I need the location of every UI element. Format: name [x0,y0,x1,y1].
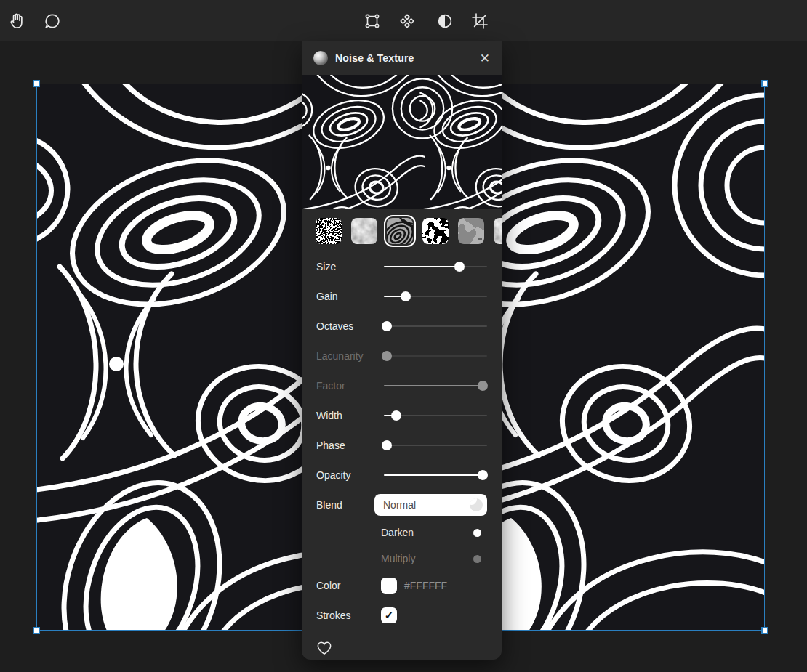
thumbnail-cut-off[interactable] [494,218,502,244]
selection-handle-bottom-right[interactable] [761,627,768,634]
slider-track-phase[interactable] [384,445,487,446]
slider-knob-width[interactable] [391,410,401,421]
blend-row: Blend Normal [316,490,487,519]
strokes-label: Strokes [316,610,381,621]
selection-handle-bottom-left[interactable] [33,627,40,634]
slider-label-gain: Gain [316,291,384,302]
slider-opacity: Opacity [316,460,487,490]
panel-header: Noise & Texture ✕ [302,41,502,75]
slider-label-width: Width [316,410,384,421]
strokes-row: Strokes ✓ [316,599,487,631]
blend-value: Normal [383,499,416,511]
slider-phase: Phase [316,430,487,460]
thumbnail-white-noise[interactable] [316,218,342,244]
slider-lacunarity: Lacunarity [316,341,487,371]
slider-track-factor[interactable] [384,385,487,386]
app-window: Noise & Texture ✕ [0,0,807,672]
slider-label-phase: Phase [316,440,384,451]
slider-knob-opacity[interactable] [478,470,488,480]
contrast-icon[interactable] [434,10,456,32]
blend-option-darken[interactable]: Darken [381,519,487,546]
panel-title: Noise & Texture [335,52,414,64]
color-label: Color [316,580,381,591]
blend-option-dot-darken [473,529,481,537]
blend-option-dot-multiply [473,555,481,563]
blend-select[interactable]: Normal [374,494,487,516]
crop-icon[interactable] [469,10,491,32]
transform-icon[interactable] [361,10,383,32]
slider-knob-gain[interactable] [401,291,411,301]
slider-track-size[interactable] [384,266,487,267]
color-swatch[interactable] [381,578,397,594]
strokes-checkbox[interactable]: ✓ [381,607,397,623]
slider-label-factor: Factor [316,380,384,392]
hand-icon[interactable] [7,10,28,32]
noise-texture-logo-icon [313,51,328,65]
slider-gain: Gain [316,281,487,311]
slider-octaves: Octaves [316,311,487,341]
slider-label-opacity: Opacity [316,469,384,481]
toolbar [0,0,807,41]
thumbnail-cells[interactable] [458,218,484,244]
blend-label: Blend [316,499,374,511]
slider-size: Size [316,251,487,281]
blend-option-multiply[interactable]: Multiply [381,546,487,572]
thumbnail-turing-blobs[interactable] [422,218,449,244]
slider-knob-factor[interactable] [478,381,488,391]
slider-track-opacity[interactable] [384,474,487,476]
slider-knob-lacunarity[interactable] [382,351,392,361]
texture-preview [302,75,502,209]
diamond-pattern-icon[interactable] [396,10,418,32]
close-icon[interactable]: ✕ [480,52,490,65]
blend-options: Darken Multiply [316,519,487,572]
slider-label-lacunarity: Lacunarity [316,350,384,362]
color-hex-value[interactable]: #FFFFFF [404,580,447,591]
slider-knob-octaves[interactable] [382,321,392,331]
noise-texture-panel: Noise & Texture ✕ [302,41,502,660]
slider-track-lacunarity[interactable] [384,355,487,357]
thumbnail-soft-noise[interactable] [351,218,377,244]
slider-knob-size[interactable] [454,262,465,272]
slider-track-octaves[interactable] [384,325,487,327]
thumbnail-contour-lines[interactable] [387,218,413,244]
slider-factor: Factor [316,371,487,400]
selection-handle-top-left[interactable] [33,80,40,87]
color-row: Color #FFFFFF [316,572,487,599]
slider-width: Width [316,400,487,430]
controls: Size Gain Octaves Lacunarity Factor [302,247,502,660]
comment-icon[interactable] [41,10,63,32]
favorite-button[interactable] [316,639,487,660]
heart-icon [316,641,332,658]
slider-knob-phase[interactable] [382,440,392,450]
slider-label-octaves: Octaves [316,320,384,332]
texture-type-row [302,209,502,247]
slider-label-size: Size [316,261,384,272]
blend-normal-icon [470,498,483,511]
slider-track-gain[interactable] [384,296,487,297]
selection-handle-top-right[interactable] [761,80,768,87]
slider-track-width[interactable] [384,415,487,416]
